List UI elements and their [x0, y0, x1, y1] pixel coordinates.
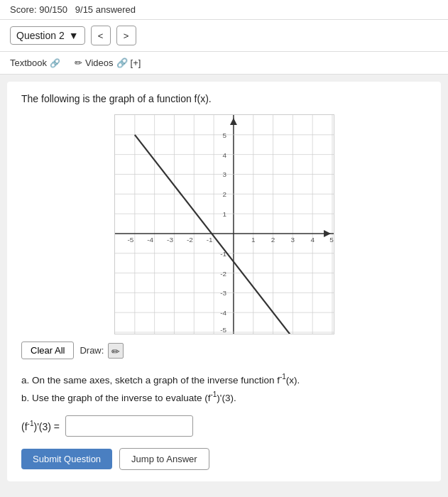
graph-svg: -5 -4 -3 -2 -1 1 2 3 4 5 5 4 3 2 1 -1 -2…	[115, 115, 334, 334]
svg-text:1: 1	[251, 236, 255, 244]
content-area: The following is the graph of a function…	[7, 82, 441, 481]
svg-text:-5: -5	[220, 326, 226, 334]
answer-row: (f-1)'(3) =	[21, 415, 427, 437]
question-nav: Question 2 ▼ < >	[0, 20, 448, 52]
svg-text:-3: -3	[167, 236, 173, 244]
question-dropdown[interactable]: Question 2 ▼	[10, 26, 85, 45]
problem-statement: The following is the graph of a function…	[21, 93, 427, 104]
draw-icon[interactable]: ✏	[108, 343, 124, 359]
resources-bar: Textbook 🔗 ✏ Videos 🔗 [+]	[0, 52, 448, 75]
prev-icon: <	[98, 31, 104, 41]
svg-text:1: 1	[222, 210, 226, 218]
videos-link-icon: 🔗	[116, 58, 128, 68]
videos-link[interactable]: ✏ Videos 🔗 [+]	[75, 58, 141, 68]
svg-line-44	[134, 135, 290, 334]
jump-to-answer-button[interactable]: Jump to Answer	[119, 448, 209, 470]
svg-text:-2: -2	[186, 236, 192, 244]
graph-controls: Clear All Draw: ✏	[21, 342, 427, 359]
textbook-icon: 🔗	[50, 58, 60, 68]
svg-text:3: 3	[222, 170, 226, 178]
sub-question-b: b. Use the graph of the inverse to evalu…	[21, 388, 427, 406]
svg-text:2: 2	[222, 190, 226, 198]
next-icon: >	[124, 31, 129, 41]
svg-text:-2: -2	[220, 270, 226, 278]
svg-text:-5: -5	[127, 236, 133, 244]
svg-text:2: 2	[271, 236, 275, 244]
prev-button[interactable]: <	[91, 26, 111, 45]
draw-label: Draw: ✏	[80, 343, 124, 359]
clear-all-button[interactable]: Clear All	[21, 342, 74, 359]
svg-text:-3: -3	[220, 289, 226, 297]
answer-label: (f-1)'(3) =	[21, 420, 60, 432]
textbook-label: Textbook	[10, 58, 47, 68]
textbook-link[interactable]: Textbook 🔗	[10, 58, 60, 68]
action-buttons: Submit Question Jump to Answer	[21, 448, 427, 470]
svg-text:-1: -1	[206, 236, 212, 244]
sub-questions: a. On the same axes, sketch a graph of t…	[21, 371, 427, 407]
svg-text:3: 3	[290, 236, 295, 244]
svg-marker-42	[229, 118, 236, 125]
plus-label: [+]	[131, 58, 141, 68]
svg-text:4: 4	[310, 236, 315, 244]
svg-text:4: 4	[222, 151, 226, 159]
question-label: Question 2	[16, 30, 65, 41]
next-button[interactable]: >	[116, 26, 136, 45]
svg-text:-4: -4	[147, 236, 153, 244]
videos-label: Videos	[85, 58, 114, 68]
top-bar: Score: 90/150 9/15 answered	[0, 0, 448, 20]
dropdown-arrow-icon: ▼	[69, 30, 79, 41]
graph-container: -5 -4 -3 -2 -1 1 2 3 4 5 5 4 3 2 1 -1 -2…	[114, 114, 334, 334]
svg-text:5: 5	[222, 131, 226, 139]
videos-icon: ✏	[75, 58, 82, 68]
answered: 9/15 answered	[75, 4, 136, 15]
svg-text:5: 5	[329, 236, 334, 244]
score: Score: 90/150	[10, 4, 67, 15]
sub-question-a: a. On the same axes, sketch a graph of t…	[21, 371, 427, 388]
svg-text:-4: -4	[220, 309, 226, 317]
answer-input[interactable]	[65, 415, 193, 437]
submit-button[interactable]: Submit Question	[21, 449, 112, 469]
